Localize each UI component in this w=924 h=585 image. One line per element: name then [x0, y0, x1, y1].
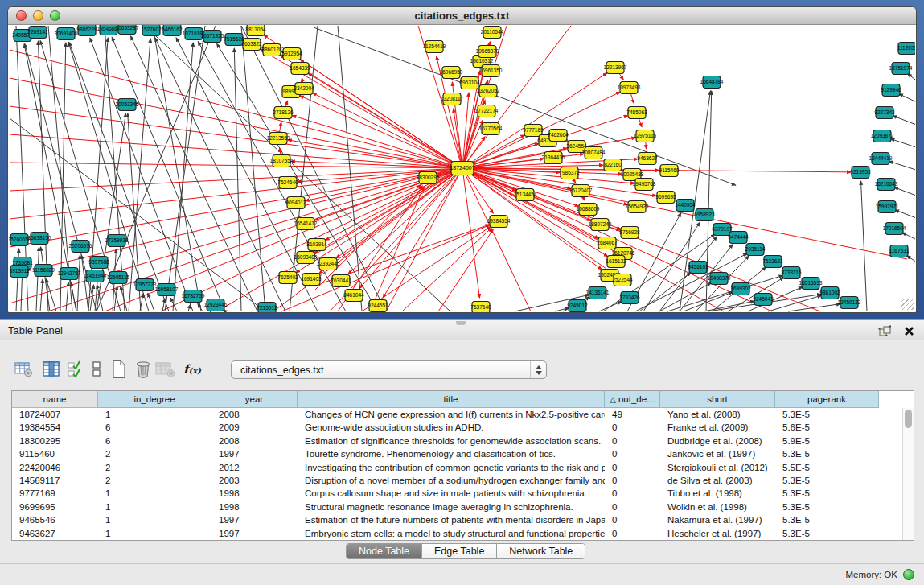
- graph-node[interactable]: 10653287: [116, 25, 139, 35]
- graph-edge[interactable]: [10, 168, 462, 303]
- graph-node[interactable]: 18724007: [450, 162, 474, 175]
- graph-edge[interactable]: [348, 168, 462, 274]
- graph-node[interactable]: 12942757: [58, 268, 81, 280]
- graph-node[interactable]: 16515513: [799, 278, 823, 290]
- graph-edge[interactable]: [599, 301, 622, 311]
- table-row[interactable]: 946362711997Embryonic stem cells: a mode…: [12, 527, 902, 540]
- graph-node[interactable]: 13262052: [477, 85, 500, 97]
- graph-edge[interactable]: [313, 93, 462, 168]
- graph-edge[interactable]: [639, 273, 691, 311]
- graph-node[interactable]: 10688609: [577, 204, 600, 216]
- graph-edge[interactable]: [659, 282, 711, 311]
- graph-edge[interactable]: [121, 286, 127, 311]
- close-panel-icon[interactable]: [904, 325, 914, 340]
- graph-node[interactable]: 5912954: [281, 48, 302, 60]
- graph-node[interactable]: 9227343: [874, 107, 895, 119]
- graph-node[interactable]: 1691403: [301, 274, 322, 286]
- graph-edge[interactable]: [362, 227, 491, 311]
- graph-node[interactable]: 10973493: [618, 82, 641, 94]
- graph-edge[interactable]: [155, 38, 285, 311]
- graph-node[interactable]: 12213569: [267, 133, 290, 145]
- graph-edge[interactable]: [454, 109, 462, 168]
- graph-edge[interactable]: [788, 304, 840, 311]
- graph-edge[interactable]: [899, 94, 915, 103]
- table-row[interactable]: 2242004622012Investigating the contribut…: [12, 461, 902, 474]
- splitter-handle[interactable]: [456, 321, 466, 325]
- network-canvas-svg[interactable]: 1830029512213569271812698990323420041654…: [9, 25, 915, 313]
- graph-node[interactable]: 6963104: [459, 77, 480, 89]
- graph-node[interactable]: 8733115: [782, 267, 802, 279]
- graph-node[interactable]: 2935114: [745, 244, 766, 256]
- table-row[interactable]: 1872400712008Changes of HCN gene express…: [12, 408, 902, 421]
- column-header-name[interactable]: name: [12, 391, 98, 408]
- graph-edge[interactable]: [81, 255, 88, 311]
- graph-node[interactable]: 9463627: [637, 153, 658, 165]
- graph-node[interactable]: 16961350: [479, 65, 503, 77]
- graph-node[interactable]: 12975115: [634, 130, 657, 142]
- delete-table-icon[interactable]: [153, 357, 179, 381]
- graph-node[interactable]: 6466162: [162, 25, 183, 36]
- graph-edge[interactable]: [21, 272, 23, 311]
- graph-node[interactable]: 16541412: [294, 218, 318, 230]
- column-header-pagerank[interactable]: pagerank: [775, 391, 879, 408]
- graph-node[interactable]: 8813054: [245, 25, 266, 36]
- graph-node[interactable]: 7663822: [241, 39, 262, 51]
- graph-edge[interactable]: [704, 301, 754, 311]
- graph-node[interactable]: 2684067: [597, 237, 618, 249]
- graph-node[interactable]: 12392445: [317, 258, 340, 270]
- graph-node[interactable]: 2342004: [294, 83, 314, 95]
- graph-node[interactable]: 17957223: [133, 279, 157, 291]
- graph-edge[interactable]: [10, 168, 462, 191]
- graph-node[interactable]: 2718126: [273, 107, 294, 119]
- graph-node[interactable]: 20053346: [116, 99, 139, 111]
- graph-edge[interactable]: [893, 116, 915, 126]
- graph-node[interactable]: 16770564: [479, 123, 503, 135]
- column-header-year[interactable]: year: [211, 391, 298, 408]
- table-row[interactable]: 1830029562008Estimation of significance …: [12, 435, 902, 447]
- graph-node[interactable]: 17016504: [883, 223, 906, 235]
- graph-node[interactable]: 9244551: [368, 300, 388, 312]
- graph-node[interactable]: 15720407: [569, 185, 593, 197]
- table-row[interactable]: 911546021997Tourette syndrome. Phenomeno…: [12, 447, 902, 460]
- graph-edge[interactable]: [90, 38, 193, 311]
- graph-node[interactable]: 19565370: [476, 46, 499, 58]
- graph-edge[interactable]: [383, 168, 462, 298]
- graph-edge[interactable]: [165, 26, 205, 311]
- column-header-title[interactable]: title: [298, 391, 605, 408]
- graph-node[interactable]: 15992971: [876, 201, 899, 213]
- graph-node[interactable]: 9245043: [753, 294, 774, 306]
- graph-node[interactable]: 9397588: [88, 257, 109, 269]
- vertical-scrollbar[interactable]: [902, 408, 914, 540]
- graph-node[interactable]: 12093872: [871, 130, 894, 142]
- graph-node[interactable]: 12450122: [838, 297, 861, 309]
- graph-node[interactable]: 11156829: [32, 265, 55, 277]
- graph-node[interactable]: 9129946: [881, 84, 901, 97]
- graph-edge[interactable]: [148, 293, 154, 311]
- graph-node[interactable]: 9861002: [819, 287, 840, 299]
- graph-edge[interactable]: [36, 247, 39, 311]
- graph-node[interactable]: 16958107: [155, 284, 179, 296]
- graph-edge[interactable]: [861, 181, 867, 311]
- graph-node[interactable]: 14136141: [586, 287, 610, 299]
- column-header-in_degree[interactable]: in_degree: [98, 391, 211, 408]
- memory-status-icon[interactable]: [903, 569, 914, 580]
- function-icon[interactable]: f(x): [177, 357, 207, 381]
- graph-node[interactable]: 7630441: [331, 275, 351, 287]
- graph-node[interactable]: 16782759: [182, 290, 205, 303]
- graph-node[interactable]: 1167531: [889, 245, 910, 257]
- graph-node[interactable]: 11254419: [423, 41, 446, 53]
- graph-node[interactable]: 16648784: [700, 76, 724, 89]
- graph-node[interactable]: 9699695: [655, 192, 676, 204]
- graph-edge[interactable]: [894, 187, 915, 196]
- graph-node[interactable]: 30691406: [55, 28, 78, 40]
- graph-node[interactable]: 20206576: [69, 241, 92, 253]
- graph-edge[interactable]: [40, 279, 43, 311]
- graph-node[interactable]: 12444419: [869, 153, 893, 165]
- graph-node[interactable]: 1527602: [141, 25, 162, 36]
- graph-node[interactable]: 11451944: [84, 270, 107, 282]
- graph-node[interactable]: 17722174: [475, 105, 499, 117]
- graph-node[interactable]: 16966950: [440, 67, 463, 79]
- graph-edge[interactable]: [902, 233, 915, 241]
- graph-node[interactable]: 6958923: [694, 209, 715, 221]
- column-header-out_degree[interactable]: △out_de...: [605, 391, 660, 408]
